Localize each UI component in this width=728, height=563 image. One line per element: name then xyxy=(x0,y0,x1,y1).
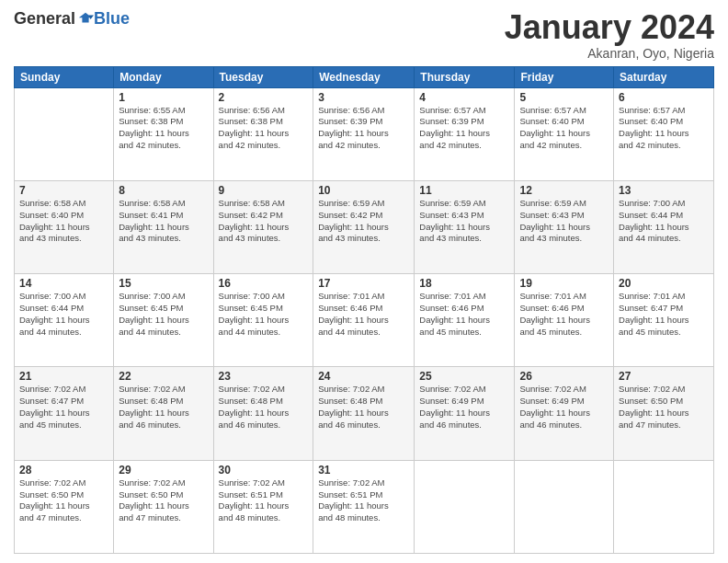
day-number: 12 xyxy=(519,184,609,197)
day-number: 22 xyxy=(119,370,208,383)
calendar-cell: 25Sunrise: 7:02 AM Sunset: 6:49 PM Dayli… xyxy=(415,367,515,460)
day-number: 18 xyxy=(419,277,509,290)
day-number: 3 xyxy=(318,91,409,104)
day-info: Sunrise: 7:02 AM Sunset: 6:51 PM Dayligh… xyxy=(318,477,409,524)
day-info: Sunrise: 7:00 AM Sunset: 6:45 PM Dayligh… xyxy=(219,291,309,338)
day-info: Sunrise: 7:02 AM Sunset: 6:50 PM Dayligh… xyxy=(119,477,208,524)
day-info: Sunrise: 7:01 AM Sunset: 6:46 PM Dayligh… xyxy=(419,291,509,338)
header: General Blue January 2024 Akanran, Oyo, … xyxy=(14,9,714,61)
day-info: Sunrise: 6:57 AM Sunset: 6:39 PM Dayligh… xyxy=(419,105,509,152)
calendar-cell: 12Sunrise: 6:59 AM Sunset: 6:43 PM Dayli… xyxy=(515,180,614,273)
page: General Blue January 2024 Akanran, Oyo, … xyxy=(0,0,728,563)
calendar-cell xyxy=(415,460,515,553)
day-number: 1 xyxy=(119,91,208,104)
day-info: Sunrise: 7:01 AM Sunset: 6:46 PM Dayligh… xyxy=(318,291,409,338)
calendar-header-row: Sunday Monday Tuesday Wednesday Thursday… xyxy=(15,66,714,87)
calendar-cell: 2Sunrise: 6:56 AM Sunset: 6:38 PM Daylig… xyxy=(213,87,313,180)
day-info: Sunrise: 7:02 AM Sunset: 6:49 PM Dayligh… xyxy=(519,384,609,431)
calendar-cell: 4Sunrise: 6:57 AM Sunset: 6:39 PM Daylig… xyxy=(415,87,515,180)
calendar-table: Sunday Monday Tuesday Wednesday Thursday… xyxy=(14,66,714,554)
calendar-cell: 19Sunrise: 7:01 AM Sunset: 6:46 PM Dayli… xyxy=(515,274,614,367)
day-info: Sunrise: 7:00 AM Sunset: 6:45 PM Dayligh… xyxy=(119,291,208,338)
calendar-cell: 29Sunrise: 7:02 AM Sunset: 6:50 PM Dayli… xyxy=(114,460,213,553)
day-number: 16 xyxy=(219,277,309,290)
day-info: Sunrise: 6:58 AM Sunset: 6:41 PM Dayligh… xyxy=(119,198,208,245)
calendar-cell: 11Sunrise: 6:59 AM Sunset: 6:43 PM Dayli… xyxy=(415,180,515,273)
day-info: Sunrise: 6:57 AM Sunset: 6:40 PM Dayligh… xyxy=(619,105,709,152)
calendar-week-1: 1Sunrise: 6:55 AM Sunset: 6:38 PM Daylig… xyxy=(15,87,714,180)
day-info: Sunrise: 7:01 AM Sunset: 6:46 PM Dayligh… xyxy=(519,291,609,338)
calendar-cell: 5Sunrise: 6:57 AM Sunset: 6:40 PM Daylig… xyxy=(515,87,614,180)
calendar-cell: 6Sunrise: 6:57 AM Sunset: 6:40 PM Daylig… xyxy=(614,87,714,180)
calendar-cell: 9Sunrise: 6:58 AM Sunset: 6:42 PM Daylig… xyxy=(213,180,313,273)
calendar-week-5: 28Sunrise: 7:02 AM Sunset: 6:50 PM Dayli… xyxy=(15,460,714,553)
day-number: 25 xyxy=(419,370,509,383)
calendar-cell: 31Sunrise: 7:02 AM Sunset: 6:51 PM Dayli… xyxy=(313,460,415,553)
day-number: 17 xyxy=(318,277,409,290)
day-info: Sunrise: 7:02 AM Sunset: 6:50 PM Dayligh… xyxy=(19,477,108,524)
calendar-cell: 26Sunrise: 7:02 AM Sunset: 6:49 PM Dayli… xyxy=(515,367,614,460)
day-info: Sunrise: 7:02 AM Sunset: 6:51 PM Dayligh… xyxy=(219,477,309,524)
location-subtitle: Akanran, Oyo, Nigeria xyxy=(505,46,714,61)
day-info: Sunrise: 6:59 AM Sunset: 6:42 PM Dayligh… xyxy=(318,198,409,245)
logo: General Blue xyxy=(14,9,130,29)
calendar-cell: 3Sunrise: 6:56 AM Sunset: 6:39 PM Daylig… xyxy=(313,87,415,180)
calendar-cell: 17Sunrise: 7:01 AM Sunset: 6:46 PM Dayli… xyxy=(313,274,415,367)
calendar-week-2: 7Sunrise: 6:58 AM Sunset: 6:40 PM Daylig… xyxy=(15,180,714,273)
calendar-cell: 18Sunrise: 7:01 AM Sunset: 6:46 PM Dayli… xyxy=(415,274,515,367)
calendar-week-3: 14Sunrise: 7:00 AM Sunset: 6:44 PM Dayli… xyxy=(15,274,714,367)
day-info: Sunrise: 7:02 AM Sunset: 6:49 PM Dayligh… xyxy=(419,384,509,431)
day-info: Sunrise: 7:02 AM Sunset: 6:50 PM Dayligh… xyxy=(619,384,709,431)
day-info: Sunrise: 6:58 AM Sunset: 6:40 PM Dayligh… xyxy=(19,198,108,245)
calendar-cell: 16Sunrise: 7:00 AM Sunset: 6:45 PM Dayli… xyxy=(213,274,313,367)
calendar-cell xyxy=(15,87,114,180)
calendar-cell: 1Sunrise: 6:55 AM Sunset: 6:38 PM Daylig… xyxy=(114,87,213,180)
day-number: 6 xyxy=(619,91,709,104)
calendar-cell: 28Sunrise: 7:02 AM Sunset: 6:50 PM Dayli… xyxy=(15,460,114,553)
logo-bird-icon xyxy=(77,11,94,28)
calendar-cell: 14Sunrise: 7:00 AM Sunset: 6:44 PM Dayli… xyxy=(15,274,114,367)
day-number: 15 xyxy=(119,277,208,290)
day-number: 13 xyxy=(619,184,709,197)
title-section: January 2024 Akanran, Oyo, Nigeria xyxy=(505,9,714,61)
calendar-cell: 10Sunrise: 6:59 AM Sunset: 6:42 PM Dayli… xyxy=(313,180,415,273)
calendar-cell: 24Sunrise: 7:02 AM Sunset: 6:48 PM Dayli… xyxy=(313,367,415,460)
logo-general-text: General xyxy=(14,9,75,29)
col-monday: Monday xyxy=(114,66,213,87)
day-number: 8 xyxy=(119,184,208,197)
calendar-cell: 7Sunrise: 6:58 AM Sunset: 6:40 PM Daylig… xyxy=(15,180,114,273)
day-number: 4 xyxy=(419,91,509,104)
day-info: Sunrise: 6:59 AM Sunset: 6:43 PM Dayligh… xyxy=(519,198,609,245)
day-number: 2 xyxy=(219,91,309,104)
calendar-cell: 22Sunrise: 7:02 AM Sunset: 6:48 PM Dayli… xyxy=(114,367,213,460)
day-number: 26 xyxy=(519,370,609,383)
day-info: Sunrise: 6:56 AM Sunset: 6:38 PM Dayligh… xyxy=(219,105,309,152)
day-info: Sunrise: 6:55 AM Sunset: 6:38 PM Dayligh… xyxy=(119,105,208,152)
day-number: 11 xyxy=(419,184,509,197)
calendar-cell: 23Sunrise: 7:02 AM Sunset: 6:48 PM Dayli… xyxy=(213,367,313,460)
day-info: Sunrise: 6:59 AM Sunset: 6:43 PM Dayligh… xyxy=(419,198,509,245)
day-number: 10 xyxy=(318,184,409,197)
day-number: 24 xyxy=(318,370,409,383)
day-number: 21 xyxy=(19,370,108,383)
day-number: 14 xyxy=(19,277,108,290)
calendar-cell: 30Sunrise: 7:02 AM Sunset: 6:51 PM Dayli… xyxy=(213,460,313,553)
col-friday: Friday xyxy=(515,66,614,87)
logo-blue-text: Blue xyxy=(94,9,130,29)
day-number: 7 xyxy=(19,184,108,197)
col-wednesday: Wednesday xyxy=(313,66,415,87)
calendar-cell: 15Sunrise: 7:00 AM Sunset: 6:45 PM Dayli… xyxy=(114,274,213,367)
day-number: 30 xyxy=(219,464,309,477)
day-number: 27 xyxy=(619,370,709,383)
day-info: Sunrise: 7:00 AM Sunset: 6:44 PM Dayligh… xyxy=(619,198,709,245)
col-sunday: Sunday xyxy=(15,66,114,87)
day-number: 29 xyxy=(119,464,208,477)
day-info: Sunrise: 7:02 AM Sunset: 6:48 PM Dayligh… xyxy=(119,384,208,431)
calendar-cell xyxy=(515,460,614,553)
day-info: Sunrise: 7:02 AM Sunset: 6:48 PM Dayligh… xyxy=(318,384,409,431)
day-info: Sunrise: 7:00 AM Sunset: 6:44 PM Dayligh… xyxy=(19,291,108,338)
day-info: Sunrise: 7:02 AM Sunset: 6:48 PM Dayligh… xyxy=(219,384,309,431)
day-info: Sunrise: 7:02 AM Sunset: 6:47 PM Dayligh… xyxy=(19,384,108,431)
day-number: 28 xyxy=(19,464,108,477)
calendar-cell xyxy=(614,460,714,553)
